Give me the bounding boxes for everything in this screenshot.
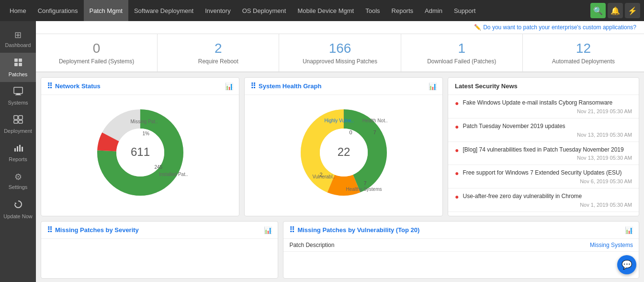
- stat-number-deployment-failed: 0: [93, 41, 101, 56]
- lightning-icon[interactable]: ⚡: [625, 3, 640, 18]
- health-not-val: 7: [373, 129, 376, 135]
- panels-row: ⠿ Network Status 📊: [36, 72, 644, 221]
- healthy-val: 7: [363, 180, 366, 186]
- news-item[interactable]: ● Fake Windows Update e-mail installs Cy…: [448, 95, 639, 118]
- news-item[interactable]: ● Use-after-free zero day vulnerability …: [448, 188, 639, 212]
- health-graph-title: ⠿ System Health Graph: [250, 82, 322, 91]
- sidebar-item-deployment[interactable]: Deployment: [0, 110, 36, 139]
- sidebar-item-dashboard[interactable]: ⊞ Dashboard: [0, 25, 36, 53]
- stat-label-unapproved: Unapproved Missing Patches: [303, 58, 377, 65]
- health-graph-panel: ⠿ System Health Graph 📊: [244, 77, 443, 216]
- svg-rect-14: [22, 147, 23, 152]
- health-graph-body: 22 Highly Vulne.. Health Not.. Vulnerabl…: [245, 95, 442, 210]
- nav-inventory[interactable]: Inventory: [199, 0, 236, 21]
- severity-panel-title: ⠿ Missing Patches by Severity: [47, 225, 139, 235]
- missing-systems-col: Missing Systems: [590, 242, 633, 248]
- news-content: Patch Tuesday November 2019 updates Nov …: [463, 122, 632, 138]
- nav-patch-mgmt[interactable]: Patch Mgmt: [84, 0, 128, 21]
- news-item[interactable]: ● Free support for Windows 7 Extended Se…: [448, 165, 639, 188]
- nav-reports[interactable]: Reports: [386, 0, 419, 21]
- notifications-icon[interactable]: 🔔: [608, 3, 623, 18]
- installed-patch-value: 245: [155, 164, 163, 170]
- update-icon: [13, 200, 23, 212]
- svg-rect-1: [19, 59, 22, 62]
- news-content: Free support for Windows 7 Extended Secu…: [463, 169, 632, 184]
- svg-rect-11: [14, 148, 16, 152]
- security-news-list[interactable]: ● Fake Windows Update e-mail installs Cy…: [448, 95, 639, 212]
- title-dots-icon: ⠿: [47, 82, 52, 91]
- stat-deployment-failed[interactable]: 0 Deployment Failed (Systems): [36, 34, 158, 71]
- news-title: Fake Windows Update e-mail installs Cybo…: [463, 99, 632, 107]
- news-content: Fake Windows Update e-mail installs Cybo…: [463, 99, 632, 114]
- sidebar-item-reports[interactable]: Reports: [0, 139, 36, 167]
- sidebar-label-dashboard: Dashboard: [5, 42, 31, 48]
- title-dots-icon3: ⠿: [47, 225, 52, 235]
- svg-rect-8: [19, 116, 23, 119]
- health-not-label: Health Not..: [362, 118, 388, 123]
- sidebar-item-update-now[interactable]: Update Now: [0, 195, 36, 224]
- nav-admin[interactable]: Admin: [419, 0, 448, 21]
- svg-rect-2: [14, 63, 18, 66]
- news-title: Patch Tuesday November 2019 updates: [463, 122, 632, 130]
- vulnerable-val: 2: [320, 172, 323, 177]
- severity-panel-header: ⠿ Missing Patches by Severity 📊: [41, 222, 278, 239]
- nav-mobile-device-mgmt[interactable]: Mobile Device Mgmt: [292, 0, 360, 21]
- stat-number-unapproved: 166: [329, 41, 351, 56]
- search-icon[interactable]: 🔍: [590, 3, 606, 18]
- healthy-label: Healthy Systems: [346, 187, 382, 192]
- stat-label-require-reboot: Require Reboot: [198, 58, 238, 65]
- systems-icon: [13, 87, 23, 98]
- network-status-panel: ⠿ Network Status 📊: [41, 77, 239, 216]
- svg-rect-6: [15, 94, 21, 95]
- chart-icon4[interactable]: 📊: [625, 226, 633, 234]
- sidebar-label-reports: Reports: [9, 156, 27, 162]
- news-date: Nov 21, 2019 05:30 AM: [463, 108, 632, 114]
- chart-icon2[interactable]: 📊: [429, 82, 437, 90]
- news-item[interactable]: ● Patch Tuesday November 2019 updates No…: [448, 118, 639, 142]
- nav-home[interactable]: Home: [4, 0, 32, 21]
- nav-os-deployment[interactable]: OS Deployment: [237, 0, 292, 21]
- settings-icon: ⚙: [14, 172, 22, 182]
- news-content: Use-after-free zero day vulnerability in…: [463, 192, 632, 208]
- news-item[interactable]: ● [Blog] 74 vulnerabilities fixed in Pat…: [448, 142, 639, 165]
- sidebar: ⊞ Dashboard Patches Systems Deployment: [0, 21, 36, 282]
- stat-download-failed[interactable]: 1 Download Failed (Patches): [401, 34, 523, 71]
- security-news-header: Latest Security News: [448, 78, 639, 95]
- sidebar-item-systems[interactable]: Systems: [0, 82, 36, 110]
- stat-unapproved-patches[interactable]: 166 Unapproved Missing Patches: [279, 34, 401, 71]
- chart-icon[interactable]: 📊: [225, 82, 233, 90]
- missing-patches-severity-panel: ⠿ Missing Patches by Severity 📊: [41, 221, 278, 279]
- bottom-panels-row: ⠿ Missing Patches by Severity 📊 ⠿ Missin…: [36, 221, 644, 282]
- news-date: Nov 1, 2019 05:30 AM: [463, 202, 632, 208]
- nav-configurations[interactable]: Configurations: [32, 0, 84, 21]
- chat-button[interactable]: 💬: [617, 255, 636, 274]
- dashboard-icon: ⊞: [14, 30, 22, 40]
- nav-software-deployment[interactable]: Software Deployment: [128, 0, 199, 21]
- missing-patch-value: 1%: [143, 131, 149, 136]
- svg-rect-10: [19, 120, 23, 123]
- nav-support[interactable]: Support: [448, 0, 482, 21]
- sidebar-item-settings[interactable]: ⚙ Settings: [0, 167, 36, 195]
- sidebar-item-patches[interactable]: Patches: [0, 53, 36, 82]
- stat-automated-deployments[interactable]: 12 Automated Deployments: [523, 34, 644, 71]
- highly-vuln-val: 0: [350, 129, 352, 135]
- news-date: Nov 13, 2019 05:30 AM: [463, 155, 632, 161]
- chart-icon3[interactable]: 📊: [264, 226, 272, 234]
- missing-patches-vuln-panel: ⠿ Missing Patches by Vulnerability (Top …: [283, 221, 639, 279]
- svg-text:611: 611: [130, 145, 149, 158]
- stat-label-automated: Automated Deployments: [552, 58, 615, 65]
- network-status-body: 611 Missing Pat.. Installed Pat.. 245 1%: [41, 95, 239, 210]
- stat-require-reboot[interactable]: 2 Require Reboot: [158, 34, 279, 71]
- nav-tools[interactable]: Tools: [360, 0, 385, 21]
- news-content: [Blog] 74 vulnerabilities fixed in Patch…: [463, 146, 632, 161]
- installed-patch-label: Installed Pat..: [159, 172, 188, 177]
- custom-app-link[interactable]: ✏️ Do you want to patch your enterprise'…: [474, 24, 636, 31]
- alert-icon: ●: [455, 99, 459, 107]
- news-date: Nov 6, 2019 05:30 AM: [463, 178, 632, 184]
- svg-rect-7: [14, 116, 18, 119]
- news-title: [Blog] 74 vulnerabilities fixed in Patch…: [463, 146, 632, 154]
- title-dots-icon2: ⠿: [250, 82, 256, 91]
- main-content: ✏️ Do you want to patch your enterprise'…: [36, 21, 644, 282]
- patches-icon: [13, 58, 23, 70]
- svg-rect-13: [19, 145, 21, 152]
